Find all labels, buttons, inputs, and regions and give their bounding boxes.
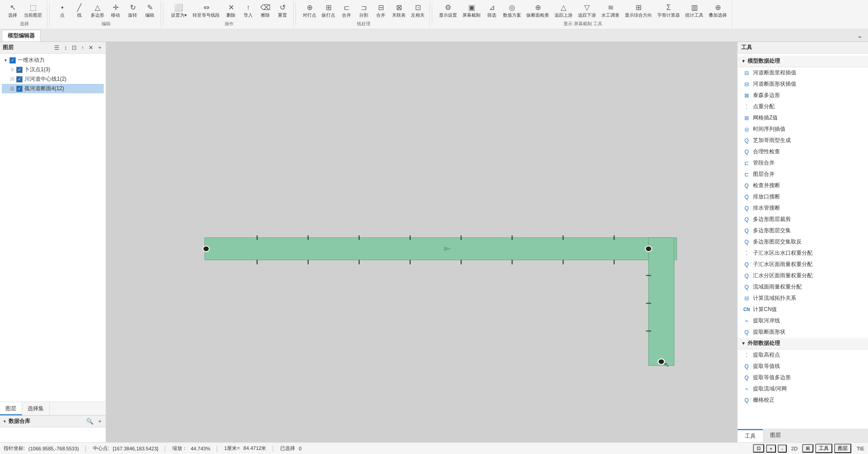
line-btn[interactable]: ╱ 线 [71,2,88,20]
tool-item-extract-river[interactable]: ≈ 提取河岸线 [738,315,868,326]
snap-point-btn[interactable]: ⊕ 对打点 [300,2,319,20]
layer-icon-add[interactable]: + [97,44,103,51]
layer-panel-title: 图层 [3,44,14,51]
tool-item-poly-cut[interactable]: Q 多边形图层裁剪 [738,214,868,225]
tool-item-pipe-merge[interactable]: ⊏ 管段合并 [738,157,868,169]
merge1-btn[interactable]: ⊏ 合并 [338,2,355,20]
surface-rel-btn[interactable]: ⊠ 关联表 [390,2,408,20]
statusbar-right: ⊡ + - 2D ⊞ 工具 图层 TtE [753,444,864,453]
statusbar-grid-icon[interactable]: ⊞ [802,444,813,453]
subbasin-outlet-label: 子汇水区出水口权重分配 [753,249,813,257]
tool-item-grid-z[interactable]: ⊞ 网格插Z值 [738,112,868,124]
to-equal-btn[interactable]: ⇔ 转至等号线段 [190,2,222,20]
tool-item-poly-extract[interactable]: Q 多边形图层交集取反 [738,236,868,248]
bottom-tab-selection[interactable]: 选择集 [22,402,50,415]
tool-item-contour-polygon[interactable]: Q 提取等值多边形 [738,372,868,383]
statusbar-layer-tab[interactable]: 图层 [834,444,851,453]
tool-item-node-merge[interactable]: ⊏ 图层合并 [738,169,868,180]
layer-icon-delete[interactable]: ✕ [87,44,95,51]
tool-item-rationality[interactable]: Q 合理性检查 [738,146,868,157]
tool-item-basin-rain[interactable]: Q 流域面雨量权重分配 [738,281,868,293]
sep3 [295,3,296,26]
model-editor-tab[interactable]: 模型编辑器 [2,30,41,41]
merge2-btn[interactable]: ⊟ 合并 [373,2,389,20]
delete-btn[interactable]: ✕ 删除 [223,2,239,20]
layer-name-points: 卜汉点1(3) [24,66,102,73]
filter-btn[interactable]: ⊿ 筛选 [484,2,500,20]
split-btn[interactable]: ⊐ 分割 [356,2,372,20]
tool-item-outlet-break[interactable]: Q 排放口搜断 [738,191,868,202]
tool-item-contour-line[interactable]: Q 提取等值线 [738,361,868,372]
layer-group-header-hydro[interactable]: ▼ 一维水动力 [2,55,104,65]
datasource-add-icon[interactable]: + [97,417,103,425]
layer-item-points[interactable]: 卜 卜汉点1(3) [2,65,104,74]
tool-item-chicago[interactable]: Q 芝加哥雨型生成 [738,135,868,146]
move-btn[interactable]: ✛ 移动 [107,2,124,20]
toolbar-group-display: ⚙ 显示设置 ▣ 屏幕截制 ⊿ 筛选 ◎ 数值方案 ⊕ 纵断面检查 [434,1,732,28]
statusbar-zoom-in[interactable]: + [766,445,776,453]
statusbar-tool-tab[interactable]: 工具 [815,444,832,453]
bottom-tab-layers[interactable]: 图层 [0,402,22,415]
data-plan-btn[interactable]: ◎ 数值方案 [501,2,523,20]
font-calc-btn[interactable]: Σ 字骨计算器 [655,2,682,20]
tool-item-time-interp[interactable]: ◎ 时间序列插值 [738,124,868,135]
section-header-external[interactable]: ▼ 外部数据处理 [738,338,868,349]
tool-item-extract-cross-shape[interactable]: Q 提取断面形状 [738,326,868,338]
canvas-area[interactable]: ↖ [106,42,737,442]
layer-icon-sort[interactable]: ↕ [63,44,69,51]
tool-item-point-weight[interactable]: ⁚ 点重分配 [738,101,868,112]
layer-checkbox-crosssection[interactable] [16,86,23,92]
left-rel-btn[interactable]: ⊡ 左相关 [409,2,427,20]
tool-item-topology[interactable]: ⊟ 计算流域拓扑关系 [738,293,868,304]
rotate-btn[interactable]: ↻ 旋转 [125,2,141,20]
screen-capture-btn[interactable]: ▣ 屏幕截制 [460,2,483,20]
layer-icon-link[interactable]: ⊡ [70,44,78,51]
edit-btn[interactable]: ✎ 编辑 [142,2,158,20]
right-tab-layers[interactable]: 图层 [763,429,788,442]
hydro-adjust-btn[interactable]: ≋ 水工调查 [599,2,622,20]
current-layer-btn[interactable]: ⬚ 当前图层 [22,2,44,20]
right-tab-tools[interactable]: 工具 [738,429,763,442]
cross-check-btn[interactable]: ⊕ 纵断面检查 [524,2,551,20]
display-settings-btn[interactable]: ⚙ 显示设置 [437,2,459,20]
tool-item-check-break[interactable]: Q 检查并搜断 [738,180,868,191]
import-btn[interactable]: ↑ 导入 [240,2,256,20]
tool-item-watershed[interactable]: ≈ 提取流域/河网 [738,383,868,394]
remove-up-btn[interactable]: △ 追踪上游 [552,2,575,20]
tool-item-thiessen[interactable]: ⊠ 泰森多边形 [738,90,868,101]
group-checkbox[interactable] [9,57,16,64]
tool-item-grid-correction[interactable]: Q 栅格校正 [738,394,868,406]
erase-btn[interactable]: ⌫ 擦除 [257,2,273,20]
time-interp-icon: ◎ [743,126,750,133]
snap-line-btn[interactable]: ⊞ 纵打点 [319,2,337,20]
section-header-model[interactable]: ▼ 模型数据处理 [738,55,868,67]
thiessen-label: 泰森多边形 [753,92,780,99]
tool-item-cross-interp[interactable]: ⊟ 河道断面里程插值 [738,67,868,78]
layer-icon-settings[interactable]: ☰ [53,44,61,51]
layer-item-centerline[interactable]: 川 川河道中心线1(2) [2,74,104,84]
statusbar-zoom-out[interactable]: - [778,445,787,453]
stats-btn[interactable]: ▥ 统计工具 [683,2,706,20]
tool-item-catchment-rain[interactable]: Q 汇水分区面雨量权重分配 [738,270,868,281]
add-select-btn[interactable]: ⊕ 叠加选择 [706,2,729,20]
point-btn[interactable]: • 点 [54,2,70,20]
tool-item-subbasin-rain[interactable]: Q 子汇水区面雨量权重分配 [738,259,868,270]
show-combined-btn[interactable]: ⊞ 显示综合方向 [623,2,654,20]
set-as-btn[interactable]: ⬜ 设置为▾ [168,2,189,20]
reset-btn[interactable]: ↺ 重置 [274,2,291,20]
layer-checkbox-points[interactable] [16,67,23,73]
statusbar-zoom-fit[interactable]: ⊡ [753,444,764,453]
tool-item-cross-shape[interactable]: ⊟ 河道断面形状插值 [738,78,868,90]
layer-icon-up[interactable]: ↑ [80,44,86,51]
remove-down-btn[interactable]: ▽ 追踪下游 [576,2,598,20]
datasource-search-icon[interactable]: 🔍 [85,417,95,425]
select-btn[interactable]: ↖ 选择 [5,2,21,20]
layer-checkbox-centerline[interactable] [16,76,23,83]
tool-item-poly-intersect[interactable]: Q 多边形图层交集 [738,225,868,236]
tool-item-cn[interactable]: CN 计算CN值 [738,304,868,315]
polygon-btn[interactable]: △ 多边形 [88,2,106,20]
tool-item-pipe-break[interactable]: Q 排水管搜断 [738,202,868,214]
tool-item-elev[interactable]: ⁚ 提取高程点 [738,349,868,361]
layer-item-crosssection[interactable]: 孤 孤河道断面4(12) [2,84,104,93]
tool-item-subbasin-outlet[interactable]: ⁚ 子汇水区出水口权重分配 [738,248,868,259]
